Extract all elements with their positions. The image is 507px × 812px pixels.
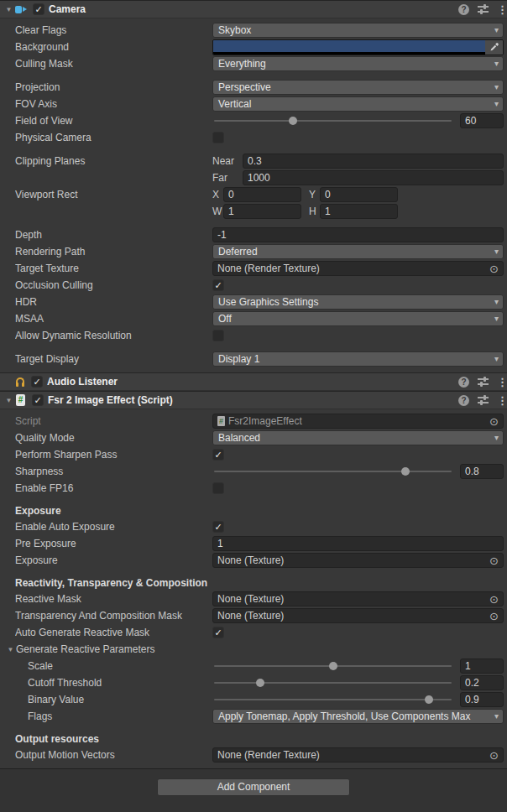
field-of-view-value-input[interactable]	[460, 113, 504, 128]
camera-component-header[interactable]: ✓ Camera	[0, 0, 507, 18]
physical-camera-checkbox[interactable]	[212, 132, 224, 143]
flags-dropdown[interactable]: Apply Tonemap, Apply Threshold, Use Comp…	[212, 709, 504, 724]
field-label: HDR	[15, 296, 212, 308]
perform-sharpen-pass-row: Perform Sharpen Pass ✓	[0, 446, 507, 463]
alpha-strip	[213, 52, 485, 55]
sharpness-value-input[interactable]	[460, 464, 504, 479]
target-texture-object-field[interactable]: None (Render Texture)	[212, 261, 504, 276]
field-label: Pre Exposure	[15, 538, 212, 549]
flags-row: Flags Apply Tonemap, Apply Threshold, Us…	[0, 708, 507, 725]
field-of-view-slider[interactable]	[212, 113, 453, 128]
slider-handle[interactable]	[425, 695, 433, 704]
rendering-path-dropdown[interactable]: Deferred	[212, 244, 504, 259]
clipping-far-row: Far	[0, 169, 507, 186]
slider-handle[interactable]	[289, 117, 297, 125]
clear-flags-dropdown[interactable]: Skybox	[212, 23, 504, 38]
fsr2-component-header[interactable]: ✓ Fsr 2 Image Effect (Script)	[0, 391, 507, 409]
field-label: Rendering Path	[15, 246, 212, 258]
object-picker-icon[interactable]	[489, 263, 499, 274]
clipping-far-input[interactable]	[243, 170, 504, 185]
depth-input[interactable]	[212, 227, 504, 242]
viewport-y-input[interactable]	[320, 187, 398, 202]
slider-handle[interactable]	[329, 662, 337, 670]
output-motion-vectors-object-field[interactable]: None (Render Texture)	[212, 747, 504, 763]
eyedropper-icon[interactable]	[485, 40, 503, 55]
exposure-object-field[interactable]: None (Texture)	[212, 553, 504, 568]
object-picker-icon[interactable]	[489, 750, 499, 761]
field-label: Scale	[15, 660, 212, 672]
foldout-icon[interactable]	[3, 4, 14, 15]
occlusion-culling-checkbox[interactable]: ✓	[212, 279, 224, 291]
presets-icon[interactable]	[478, 395, 489, 405]
audio-listener-component-header[interactable]: ✓ Audio Listener	[0, 372, 507, 391]
allow-dynamic-resolution-checkbox[interactable]	[212, 330, 224, 341]
field-label: FOV Axis	[15, 98, 212, 110]
field-label: Culling Mask	[15, 58, 212, 70]
fov-axis-dropdown[interactable]: Vertical	[212, 96, 504, 112]
sharpness-slider[interactable]	[212, 464, 453, 479]
scale-slider[interactable]	[212, 658, 453, 674]
viewport-x-input[interactable]	[223, 187, 301, 202]
kebab-menu-icon[interactable]	[497, 395, 502, 406]
clipping-near-input[interactable]	[243, 154, 504, 169]
object-picker-icon[interactable]	[489, 555, 499, 566]
perform-sharpen-pass-checkbox[interactable]: ✓	[212, 449, 224, 461]
scale-value-input[interactable]	[460, 658, 504, 674]
physical-camera-row: Physical Camera	[0, 129, 507, 146]
add-component-button[interactable]: Add Component	[157, 778, 350, 796]
fov-axis-row: FOV Axis Vertical	[0, 96, 507, 112]
pre-exposure-input[interactable]	[212, 536, 504, 551]
clear-flags-row: Clear Flags Skybox	[0, 22, 507, 39]
transparency-mask-object-field[interactable]: None (Texture)	[212, 608, 504, 623]
cutoff-threshold-value-input[interactable]	[460, 675, 504, 690]
slider-handle[interactable]	[256, 679, 264, 687]
auto-generate-reactive-mask-row: Auto Generate Reactive Mask ✓	[0, 624, 507, 641]
slider-handle[interactable]	[401, 467, 410, 476]
viewport-w-input[interactable]	[223, 204, 301, 219]
color-swatch[interactable]	[213, 40, 485, 55]
field-label: Projection	[15, 81, 212, 93]
object-picker-icon[interactable]	[489, 611, 499, 622]
enable-auto-exposure-checkbox[interactable]: ✓	[212, 521, 224, 533]
auto-generate-reactive-mask-checkbox[interactable]: ✓	[212, 627, 224, 638]
camera-icon	[14, 3, 28, 16]
fsr2-enabled-checkbox[interactable]: ✓	[32, 394, 44, 406]
help-icon[interactable]	[458, 377, 469, 388]
reactive-mask-object-field[interactable]: None (Texture)	[212, 591, 504, 606]
msaa-dropdown[interactable]: Off	[212, 311, 504, 326]
help-icon[interactable]	[458, 395, 469, 406]
script-object-field: Fsr2ImageEffect	[212, 414, 504, 429]
clipping-near-row: Clipping Planes Near	[0, 153, 507, 169]
help-icon[interactable]	[458, 4, 469, 15]
camera-enabled-checkbox[interactable]: ✓	[33, 3, 44, 15]
foldout-label[interactable]: Generate Reactive Parameters	[16, 643, 213, 655]
binary-value-value-input[interactable]	[460, 692, 504, 707]
hdr-dropdown[interactable]: Use Graphics Settings	[212, 294, 504, 310]
foldout-icon[interactable]	[3, 395, 14, 406]
field-label: Allow Dynamic Resolution	[15, 330, 212, 341]
object-field-value: None (Texture)	[217, 554, 284, 566]
field-label: Binary Value	[15, 694, 212, 705]
sharpness-row: Sharpness	[0, 463, 507, 480]
foldout-icon[interactable]	[5, 644, 16, 655]
projection-dropdown[interactable]: Perspective	[212, 80, 504, 95]
culling-mask-dropdown[interactable]: Everything	[212, 56, 504, 71]
exposure-row: Exposure None (Texture)	[0, 552, 507, 569]
audio-listener-enabled-checkbox[interactable]: ✓	[31, 376, 43, 388]
background-color-field[interactable]	[212, 39, 504, 55]
target-display-dropdown[interactable]: Display 1	[212, 351, 504, 367]
viewport-h-input[interactable]	[320, 204, 398, 219]
binary-value-slider[interactable]	[212, 692, 453, 707]
presets-icon[interactable]	[478, 377, 489, 387]
kebab-menu-icon[interactable]	[497, 377, 502, 388]
enable-fp16-checkbox[interactable]	[212, 482, 224, 494]
reactive-mask-row: Reactive Mask None (Texture)	[0, 591, 507, 607]
object-picker-icon[interactable]	[489, 416, 499, 427]
kebab-menu-icon[interactable]	[497, 4, 502, 15]
presets-icon[interactable]	[478, 4, 489, 14]
cutoff-threshold-slider[interactable]	[212, 675, 453, 690]
headphones-icon	[14, 376, 26, 388]
quality-mode-dropdown[interactable]: Balanced	[212, 430, 504, 445]
field-label: Viewport Rect	[15, 189, 212, 200]
object-picker-icon[interactable]	[489, 594, 499, 605]
